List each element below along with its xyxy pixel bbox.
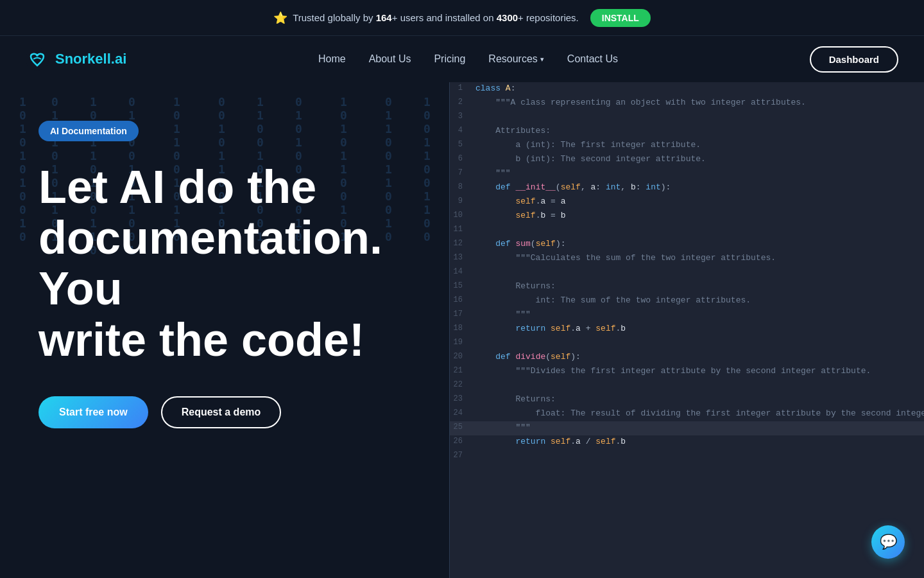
code-line-20: 20 def divide(self): [450, 351, 924, 365]
code-line-22: 22 [450, 379, 924, 393]
hero-buttons: Start free now Request a demo [38, 396, 411, 428]
code-line-27: 27 [450, 450, 924, 464]
code-line-7: 7 """ [450, 167, 924, 181]
hero-title: Let AI do the documentation. You write t… [38, 162, 411, 365]
code-line-25: 25 """ [450, 421, 924, 435]
nav-about[interactable]: About Us [369, 53, 411, 64]
code-line-6: 6 b (int): The second integer attribute. [450, 153, 924, 167]
ai-badge: AI Documentation [38, 121, 139, 141]
code-line-10: 10 self.b = b [450, 209, 924, 223]
code-line-21: 21 """Divides the first integer attribut… [450, 365, 924, 379]
logo-text: Snorkell.ai [55, 51, 126, 67]
nav-home[interactable]: Home [318, 53, 346, 64]
logo-icon [26, 48, 49, 71]
chat-button[interactable]: 💬 [871, 525, 905, 559]
hero-section: 10101010010 01010101101 100110100110 011… [0, 82, 924, 578]
top-banner: ⭐ Trusted globally by 164+ users and ins… [0, 0, 924, 36]
install-button[interactable]: INSTALL [590, 9, 651, 27]
code-line-16: 16 int: The sum of the two integer attri… [450, 294, 924, 308]
hero-left: AI Documentation Let AI do the documenta… [0, 82, 449, 578]
code-line-2: 2 """A class representing an object with… [450, 96, 924, 110]
code-line-17: 17 """ [450, 308, 924, 322]
code-line-14: 14 [450, 266, 924, 280]
code-line-18: 18 return self.a + self.b [450, 322, 924, 337]
code-editor: 1 class A: 2 """A class representing an … [450, 82, 924, 578]
dashboard-button[interactable]: Dashboard [810, 46, 898, 73]
nav-contact[interactable]: Contact Us [567, 53, 618, 64]
code-line-1: 1 class A: [450, 82, 924, 96]
code-panel: 1 class A: 2 """A class representing an … [449, 82, 924, 578]
svg-point-1 [36, 54, 38, 57]
nav-links: Home About Us Pricing Resources ▾ Contac… [318, 53, 618, 65]
logo-link[interactable]: Snorkell.ai [26, 48, 126, 71]
navbar: Snorkell.ai Home About Us Pricing Resour… [0, 36, 924, 82]
code-line-4: 4 Attributes: [450, 125, 924, 139]
chat-icon: 💬 [880, 534, 897, 550]
code-line-15: 15 Returns: [450, 280, 924, 294]
code-line-5: 5 a (int): The first integer attribute. [450, 139, 924, 153]
nav-resources[interactable]: Resources ▾ [488, 53, 543, 65]
start-free-button[interactable]: Start free now [38, 396, 148, 428]
code-line-8: 8 def __init__(self, a: int, b: int): [450, 181, 924, 195]
code-line-9: 9 self.a = a [450, 195, 924, 209]
users-count: 164 [376, 12, 392, 23]
code-line-3: 3 [450, 110, 924, 125]
chevron-down-icon: ▾ [540, 55, 544, 64]
code-line-12: 12 def sum(self): [450, 238, 924, 252]
banner-text: Trusted globally by 164+ users and insta… [293, 12, 579, 23]
code-line-23: 23 Returns: [450, 393, 924, 407]
code-line-13: 13 """Calculates the sum of the two inte… [450, 252, 924, 266]
star-icon: ⭐ [273, 11, 287, 25]
code-line-26: 26 return self.a / self.b [450, 435, 924, 450]
svg-point-0 [26, 48, 49, 71]
request-demo-button[interactable]: Request a demo [161, 396, 282, 428]
nav-pricing[interactable]: Pricing [434, 53, 465, 64]
code-line-19: 19 [450, 337, 924, 351]
code-line-24: 24 float: The result of dividing the fir… [450, 407, 924, 421]
code-line-11: 11 [450, 223, 924, 238]
repos-count: 4300 [497, 12, 518, 23]
